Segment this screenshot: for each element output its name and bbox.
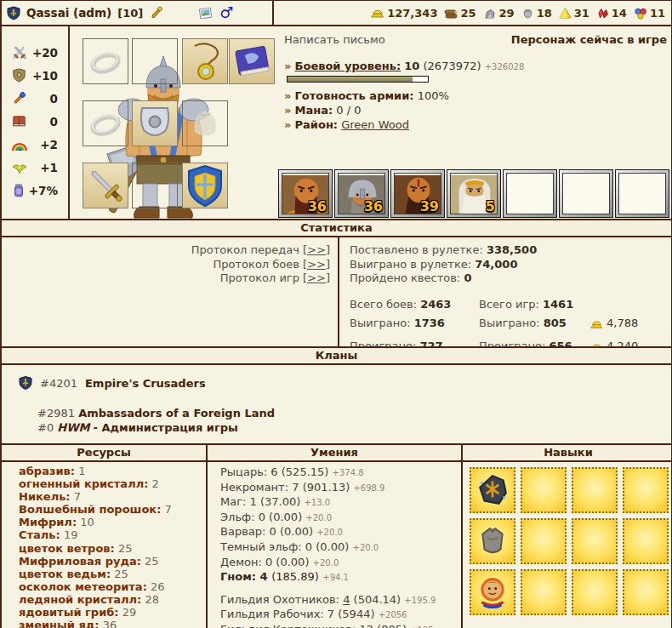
quests-row: Пройдено квестов: 0 [350,271,671,286]
stat-attack: +20 [2,41,68,64]
stat-initiative: +7% [2,179,68,202]
resource-gold: 127,343 [370,7,437,20]
spell-book-icon [230,39,274,83]
clans-header: Кланы [2,346,671,365]
resources-panel-header: Ресурсы [2,443,206,462]
boots-slot[interactable] [132,163,178,208]
initiative-icon [11,182,26,198]
clan-link[interactable]: Ambassadors of a Foreign Land [78,407,275,420]
talent-slot[interactable] [521,467,567,513]
talent-slot[interactable] [470,518,515,564]
character-info-panel: Написать письмо Персонаж сейчас в игре »… [276,26,672,219]
combat-level-link[interactable]: Боевой уровень: [295,60,401,72]
combat-level-value: 10 [404,60,419,72]
army-slot-4[interactable]: 5 [447,169,501,218]
talent-slot[interactable] [572,467,618,513]
amulet-icon [183,39,227,83]
resource-row: абразив: 1 [19,465,206,477]
talent-slot[interactable] [572,569,618,615]
skills-list: Рыцарь: 6 (525.15) +374.8 Некромант: 7 (… [206,462,461,628]
resource-mercury: 18 [521,7,552,20]
ring-slot-2[interactable] [83,100,128,146]
combat-level-exp-next: +326028 [485,62,525,71]
shield-slot[interactable] [182,163,228,208]
talent-slot[interactable] [521,518,567,564]
statistics-body: Протокол передач [>>] Протокол боев [>>]… [2,237,671,346]
stat-knowledge: 0 [2,110,68,133]
mercury-icon [521,7,534,19]
talent-slot[interactable] [470,569,515,615]
talent-slot[interactable] [623,518,669,564]
talent-slot[interactable] [470,467,515,513]
defense-icon [11,67,27,83]
wood-icon [444,7,458,20]
faction-skill-row: Маг: 1 (37.00) +13.0 [220,495,461,511]
protocol-links: Протокол передач [>>] Протокол боев [>>]… [2,237,339,346]
breastplate-icon [133,101,177,146]
level-progress-bar [287,76,429,83]
spell-power-icon [11,90,27,106]
hunters-guild-link[interactable]: 4 [343,593,350,606]
resources-list: абразив: 1 огненный кристалл: 2 Никель: … [2,462,206,628]
faction-skill-row: Эльф: 0 (0.00) +20.0 [220,511,461,526]
army-slot-1[interactable]: 36 [278,169,333,218]
stat-morale: +1 [2,156,68,179]
write-letter-link[interactable]: Написать письмо [284,33,385,46]
faction-skill-row: Темный эльф: 0 (0.00) +20.0 [220,540,461,556]
resource-bar: 127,343 25 29 18 31 14 [276,1,671,25]
talent-slot[interactable] [521,569,567,615]
statistics-header: Статистика [2,219,671,237]
male-gender-icon: ♂ [219,5,233,20]
weapon-slot[interactable] [83,163,128,208]
primary-stats-column: +20 +10 0 0 +2 +1 +7% [2,26,70,219]
roulette-won-row: Выиграно в рулетке: 74,000 [350,258,671,272]
resource-row: ядовитый гриб: 29 [19,606,206,619]
clan-row-1: #4201 Empire's Crusaders [19,375,206,391]
combat-log-link[interactable]: [>>] [303,258,330,271]
guild-skill-row: Гильдия Охотников: 4 (504.14) +195.9 [220,593,461,608]
armor-icon [476,525,509,557]
guild-skill-row: Гильдия Рабочих: 7 (5944) +2056 [220,608,461,623]
info-lines: » Готовность армии: 100% » Мана: 0 / 0 »… [284,88,449,132]
resource-row: ледяной кристалл: 28 [19,593,206,606]
talent-slot[interactable] [623,569,669,615]
talents-panel-header: Навыки [461,443,672,462]
stat-defense: +10 [2,64,68,87]
ghost-ring-icon [83,101,128,146]
stat-spell-power: 0 [2,87,68,110]
amulet-slot[interactable] [182,38,228,84]
resource-row: Сталь: 19 [19,528,206,541]
photos-icon[interactable] [198,6,214,20]
resource-row: цветок ветров: 25 [19,542,206,555]
helmet-slot[interactable] [132,38,178,84]
army-slot-2[interactable]: 36 [334,169,389,218]
clan-link[interactable]: Empire's Crusaders [85,377,206,390]
transfer-log-row: Протокол передач [>>] [2,243,330,258]
wand-icon[interactable] [149,5,164,20]
army-slot-5[interactable] [503,169,557,218]
resource-crystals: 14 [596,7,627,20]
gold-icon [370,7,384,19]
transfer-log-link[interactable]: [>>] [303,243,330,256]
book-slot[interactable] [229,38,275,84]
divider [220,585,461,593]
leadership-icon [476,576,509,608]
game-log-link[interactable]: [>>] [303,271,330,284]
talent-slot[interactable] [623,467,669,513]
ring-slot-1[interactable] [83,38,128,84]
crystals-icon [596,7,609,19]
district-link[interactable]: Green Wood [341,118,409,131]
talents-grid [461,462,672,628]
ore-icon [483,7,497,19]
district-line: » Район: Green Wood [284,117,449,132]
army-slot-7[interactable] [615,169,669,218]
sword-icon [83,163,128,208]
chest-slot[interactable] [132,100,178,146]
army-slot-3[interactable]: 39 [390,169,445,218]
cloak-slot[interactable] [182,100,228,146]
army-slot-6[interactable] [559,169,613,218]
game-log-row: Протокол игр [>>] [2,271,330,286]
resource-row: змеиный яд: 36 [19,619,206,628]
talent-slot[interactable] [572,518,618,564]
clan-link[interactable]: HWM [57,421,89,434]
